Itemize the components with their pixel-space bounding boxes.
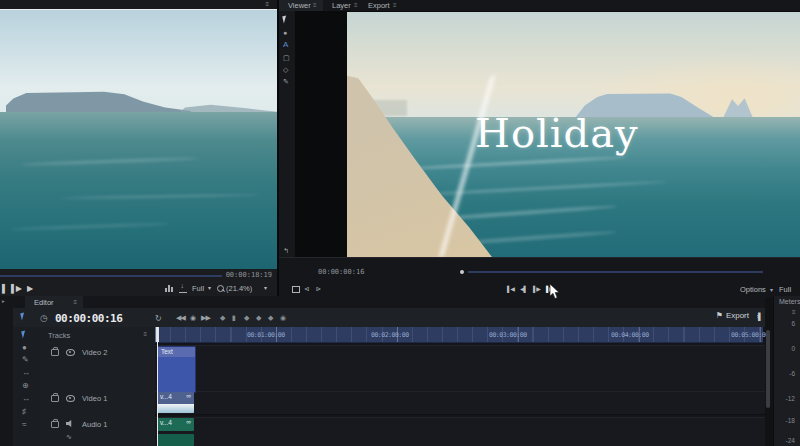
pause-icon[interactable]: ▌ xyxy=(2,284,8,293)
zoom-icon xyxy=(217,285,224,292)
timeline-tools-column: ● ✎ ↔ ⊕ ↔ ♯ ≈ xyxy=(13,327,41,446)
audio-clip-body[interactable] xyxy=(157,434,194,446)
lock-icon[interactable] xyxy=(51,421,59,428)
set-out-point-icon[interactable]: ⊳ xyxy=(316,285,321,293)
timeline-select-icon[interactable] xyxy=(20,313,26,321)
collapsed-panel-strip[interactable]: ▸ xyxy=(0,296,14,446)
audio-clip[interactable]: v...4 ∞ xyxy=(157,418,194,431)
tab-editor-menu-icon[interactable]: ≡ xyxy=(73,299,77,305)
track-name: Audio 1 xyxy=(82,420,107,429)
step-forward-icon[interactable]: ▌▶ xyxy=(11,284,21,293)
timeline-ruler[interactable]: 00:01:00:00 00:02:00:00 00:03:00:00 00:0… xyxy=(155,327,763,343)
audio-waveform-toggle-icon[interactable]: ∿ xyxy=(66,433,72,441)
select-tool-icon[interactable] xyxy=(282,16,288,24)
ripple-edit-icon[interactable]: ↔ xyxy=(22,369,30,377)
export-button[interactable]: ⚑Export xyxy=(716,311,749,320)
text-clip[interactable]: Text xyxy=(157,346,196,393)
lock-icon[interactable] xyxy=(51,395,59,402)
keyframe-icon[interactable]: ◆ xyxy=(220,314,225,322)
keyframe-bar-icon[interactable]: ▮ xyxy=(232,314,236,322)
video-editor-app: ≡ 00:00:18:19 ▌ ▌▶ ▶ Full ▾ (21.4%) ▾ Vi… xyxy=(0,0,800,446)
meters-panel: Meters ≡ 6 0 -6 -12 -18 -24 xyxy=(773,296,800,446)
trimmer-video-frame[interactable] xyxy=(0,9,277,269)
timeline-area[interactable]: 00:01:00:00 00:02:00:00 00:03:00:00 00:0… xyxy=(155,327,765,446)
video-clip[interactable]: v...4 ∞ xyxy=(157,392,194,413)
slide-tool-icon[interactable]: ↔ xyxy=(22,395,30,403)
previous-keyframe-icon[interactable]: ◀◀ xyxy=(176,314,185,322)
tracks-menu-icon[interactable]: ≡ xyxy=(143,331,147,337)
levels-icon[interactable] xyxy=(165,285,173,292)
select-tool-icon[interactable] xyxy=(21,331,27,339)
track-name: Video 1 xyxy=(82,394,107,403)
options-caret-icon[interactable]: ▾ xyxy=(770,286,773,293)
snap-toggle-icon[interactable]: ♯ xyxy=(22,408,26,416)
viewer-stage[interactable]: Holiday xyxy=(295,11,800,257)
ellipse-mask-icon[interactable]: ◇ xyxy=(283,66,288,73)
lane-audio1[interactable] xyxy=(155,417,765,446)
playhead-line[interactable] xyxy=(157,327,158,446)
slip-tool-icon[interactable]: ⊕ xyxy=(22,382,29,390)
skip-to-end-icon[interactable]: ›▌ xyxy=(757,313,762,320)
slice-tool-icon[interactable]: ✎ xyxy=(22,356,29,364)
keyframe-icon[interactable]: ◆ xyxy=(244,314,249,322)
freehand-mask-icon[interactable]: ✎ xyxy=(283,78,289,85)
editor-timecode[interactable]: 00:00:00:16 xyxy=(55,312,122,325)
viewer-playhead-knob[interactable] xyxy=(460,270,464,274)
trimmer-panel: ≡ 00:00:18:19 ▌ ▌▶ ▶ Full ▾ (21.4%) ▾ xyxy=(0,0,277,296)
go-to-start-icon[interactable]: ▌◀ xyxy=(507,285,514,292)
hand-tool-icon[interactable]: ● xyxy=(22,344,27,352)
viewer-scale-select[interactable]: Full xyxy=(779,285,791,294)
title-overlay-text[interactable]: Holiday xyxy=(475,110,639,156)
next-keyframe-icon[interactable]: ▶▶ xyxy=(201,314,210,322)
track-header-pane: Tracks ≡ Video 2 Video 1 Audio 1 ∿ xyxy=(40,327,156,446)
track-header-audio1[interactable]: Audio 1 xyxy=(40,419,155,431)
keyframe-icon[interactable]: ◆ xyxy=(268,314,273,322)
link-icon: ∞ xyxy=(186,418,191,425)
viewer-seekbar[interactable] xyxy=(468,271,763,273)
tab-layer[interactable]: Layer xyxy=(332,1,351,10)
record-icon[interactable]: ◉ xyxy=(190,314,195,322)
speaker-icon[interactable] xyxy=(66,420,73,427)
hand-tool-icon[interactable]: ● xyxy=(283,29,287,36)
fit-frame-icon[interactable] xyxy=(292,286,300,293)
db-scale-label: -18 xyxy=(786,417,795,424)
meters-menu-icon[interactable]: ≡ xyxy=(792,309,796,315)
visibility-eye-icon[interactable] xyxy=(66,349,75,356)
trimmer-seekbar[interactable] xyxy=(0,275,222,277)
db-scale-label: 6 xyxy=(791,320,795,327)
rect-mask-icon[interactable]: ▢ xyxy=(283,54,290,61)
editor-vertical-scrollbar[interactable] xyxy=(766,330,770,408)
tab-layer-menu-icon[interactable]: ≡ xyxy=(354,2,358,8)
viewer-toolbar: ● A ▢ ◇ ✎ ↰ xyxy=(279,11,296,257)
text-tool-icon[interactable]: A xyxy=(283,41,288,49)
preview-zoom-level[interactable]: (21.4%) xyxy=(226,284,252,293)
reset-view-icon[interactable]: ↰ xyxy=(283,247,289,254)
panel-expand-icon[interactable]: ▸ xyxy=(2,298,5,304)
set-in-point-icon[interactable]: ⊲ xyxy=(304,285,309,293)
next-frame-icon[interactable]: ▌▶ xyxy=(533,285,540,292)
previous-frame-icon[interactable]: ◀▌ xyxy=(520,285,527,292)
loop-playback-icon[interactable]: ↻ xyxy=(155,314,161,323)
viewer-options-button[interactable]: Options xyxy=(740,285,766,294)
keyframe-dot-icon[interactable]: ◉ xyxy=(280,314,286,322)
tab-export-menu-icon[interactable]: ≡ xyxy=(393,2,397,8)
lane-video1[interactable] xyxy=(155,391,765,415)
tab-editor[interactable]: Editor ≡ xyxy=(25,296,83,308)
zoom-caret-icon[interactable]: ▾ xyxy=(264,284,267,291)
ruler-label: 00:01:00:00 xyxy=(247,331,285,339)
tab-viewer[interactable]: Viewer xyxy=(288,1,311,10)
keyframe-icon[interactable]: ◆ xyxy=(256,314,261,322)
play-icon[interactable]: ▶ xyxy=(27,284,33,293)
preview-scale-select[interactable]: Full xyxy=(192,284,204,293)
tab-export[interactable]: Export xyxy=(368,1,390,10)
rate-stretch-icon[interactable]: ≈ xyxy=(22,421,26,429)
trimmer-menu-icon[interactable]: ≡ xyxy=(265,1,269,7)
tab-viewer-menu-icon[interactable]: ≡ xyxy=(313,2,317,8)
track-header-video2[interactable]: Video 2 xyxy=(40,347,155,359)
visibility-eye-icon[interactable] xyxy=(66,395,75,402)
lock-icon[interactable] xyxy=(51,349,59,356)
lane-video2[interactable] xyxy=(155,345,765,393)
track-header-video1[interactable]: Video 1 xyxy=(40,393,155,405)
scale-caret-icon[interactable]: ▾ xyxy=(208,284,211,291)
import-icon[interactable] xyxy=(179,285,187,293)
